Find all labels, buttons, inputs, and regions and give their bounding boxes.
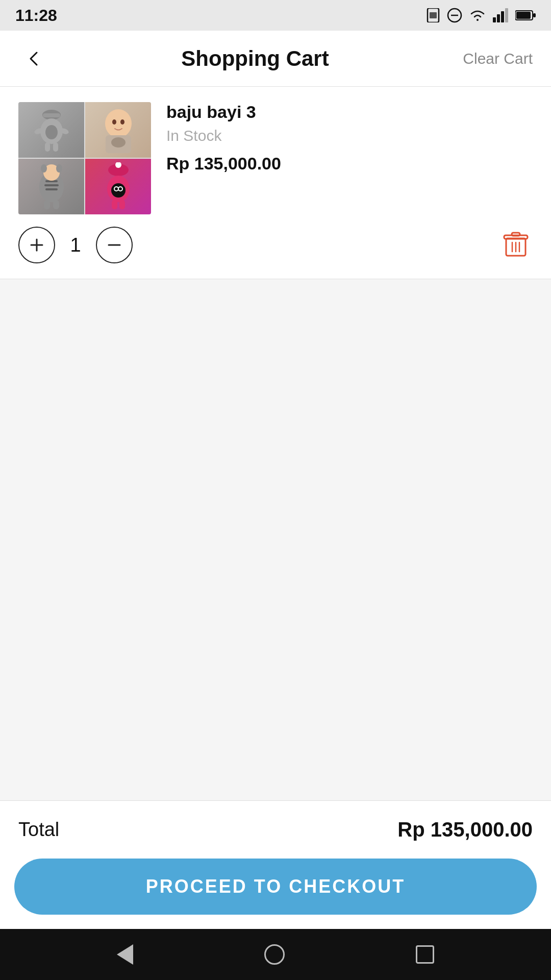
battery-icon [515,10,536,21]
svg-point-20 [112,119,116,125]
wifi-icon [468,9,487,22]
svg-rect-7 [505,8,508,22]
product-price: Rp 135,000.00 [166,154,533,174]
quantity-value: 1 [65,234,86,256]
status-bar: 11:28 [0,0,551,31]
svg-rect-1 [430,12,437,18]
svg-point-23 [111,137,126,148]
svg-rect-32 [53,200,59,209]
svg-point-21 [120,119,124,125]
svg-point-29 [41,164,47,173]
checkout-label: PROCEED TO CHECKOUT [146,876,405,897]
product-image-4 [85,159,151,214]
svg-point-39 [115,187,118,190]
footer-section: Total Rp 135,000.00 PROCEED TO CHECKOUT [0,800,551,929]
status-icons [425,8,536,23]
product-stock: In Stock [166,127,533,144]
nav-recents-button[interactable] [416,945,434,964]
svg-point-30 [56,164,62,173]
svg-rect-6 [501,11,504,22]
svg-rect-26 [44,184,59,186]
product-image-2 [85,102,151,158]
signal-icon [493,8,509,22]
android-nav-bar [0,929,551,980]
main-content: baju bayi 3 In Stock Rp 135,000.00 1 [0,87,551,718]
product-info: baju bayi 3 In Stock Rp 135,000.00 [166,102,533,174]
clear-cart-button[interactable]: Clear Cart [461,50,533,67]
empty-space [0,279,551,718]
svg-rect-9 [516,12,531,19]
svg-rect-12 [43,113,60,117]
no-disturb-icon [447,8,462,23]
svg-rect-31 [44,200,50,209]
svg-rect-5 [497,14,500,22]
cart-item-top: baju bayi 3 In Stock Rp 135,000.00 [18,102,533,214]
nav-home-button[interactable] [264,944,285,965]
svg-point-19 [105,109,132,138]
cart-item-card: baju bayi 3 In Stock Rp 135,000.00 1 [0,87,551,279]
nav-back-button[interactable] [117,944,133,965]
svg-rect-17 [45,142,50,152]
product-image-container [18,102,151,214]
svg-rect-42 [119,200,125,209]
total-label: Total [18,819,59,841]
product-name: baju bayi 3 [166,102,533,122]
svg-rect-48 [512,233,520,236]
svg-rect-41 [112,200,117,209]
total-amount: Rp 135,000.00 [397,818,533,841]
checkout-button[interactable]: PROCEED TO CHECKOUT [14,859,537,915]
svg-rect-10 [533,13,536,17]
svg-rect-27 [45,188,58,190]
page-header: Shopping Cart Clear Cart [0,31,551,87]
svg-point-14 [45,125,58,139]
quantity-controls: 1 [18,227,133,263]
quantity-decrease-button[interactable] [96,227,133,263]
back-button[interactable] [18,50,49,68]
product-image-3 [18,159,84,214]
product-image-1 [18,102,84,158]
cart-item-bottom: 1 [18,227,533,263]
svg-rect-4 [493,17,496,22]
quantity-increase-button[interactable] [18,227,55,263]
sim-icon [425,8,441,22]
delete-item-button[interactable] [499,228,533,262]
product-image-grid [18,102,151,214]
svg-rect-18 [53,142,58,152]
page-title: Shopping Cart [49,46,461,71]
total-row: Total Rp 135,000.00 [0,801,551,859]
svg-point-40 [119,187,122,190]
status-time: 11:28 [15,6,57,25]
